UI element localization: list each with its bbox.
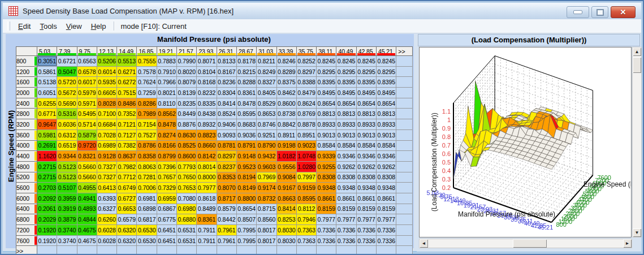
- row-header[interactable]: 2400: [16, 98, 37, 109]
- table-cell-extra[interactable]: [396, 161, 413, 172]
- row-header[interactable]: 3600: [16, 129, 37, 140]
- table-cell[interactable]: 0.5690: [57, 98, 77, 109]
- table-cell[interactable]: 0.7382: [117, 140, 137, 151]
- table-cell[interactable]: 0.8525: [177, 140, 197, 151]
- table-cell[interactable]: 0.8395: [336, 77, 356, 88]
- table-cell[interactable]: 0.3879: [57, 214, 77, 225]
- table-cell[interactable]: 0.3051: [37, 56, 57, 67]
- table-cell[interactable]: 0.7995: [236, 225, 256, 236]
- table-cell[interactable]: 0.7969: [257, 172, 276, 183]
- table-cell[interactable]: 0.6320: [117, 225, 137, 236]
- table-cell[interactable]: 0.5316: [57, 109, 77, 119]
- table-cell[interactable]: 0.8661: [317, 193, 336, 204]
- col-header[interactable]: 23.93: [197, 47, 217, 56]
- table-cell[interactable]: 0.4675: [77, 235, 97, 246]
- table-cell[interactable]: 0.7977: [377, 214, 396, 225]
- table-cell[interactable]: 0.8405: [257, 88, 276, 98]
- table-cell[interactable]: 0.9159: [296, 183, 316, 193]
- table-cell[interactable]: 0.8335: [197, 98, 217, 109]
- row-header[interactable]: 5600: [16, 183, 37, 193]
- table-cell-extra[interactable]: [396, 235, 413, 246]
- table-cell[interactable]: 0.8295: [356, 66, 376, 77]
- table-cell[interactable]: 0.7911: [197, 225, 217, 236]
- table-cell[interactable]: 0.7977: [356, 214, 376, 225]
- row-header[interactable]: 2000: [16, 88, 37, 98]
- row-header[interactable]: 6800: [16, 214, 37, 225]
- table-cell-extra[interactable]: [396, 77, 413, 88]
- table-cell[interactable]: 0.5495: [77, 109, 97, 119]
- table-cell[interactable]: 0.8327: [257, 77, 276, 88]
- vertical-scroll-thumb[interactable]: [633, 57, 641, 73]
- table-cell[interactable]: 0.7363: [296, 225, 316, 236]
- table-cell[interactable]: 0.5107: [57, 183, 77, 193]
- table-cell[interactable]: 0.6014: [97, 66, 116, 77]
- row-header[interactable]: 5200: [16, 172, 37, 183]
- table-cell[interactable]: 0.9036: [236, 129, 256, 140]
- table-cell[interactable]: 0.8495: [317, 88, 336, 98]
- table-cell[interactable]: 0.8235: [177, 98, 197, 109]
- table-cell[interactable]: 0.9556: [276, 161, 296, 172]
- table-cell[interactable]: 0.8878: [296, 119, 316, 130]
- table-cell[interactable]: 0.7624: [137, 77, 157, 88]
- table-cell[interactable]: 0.7121: [117, 119, 137, 130]
- table-cell[interactable]: 0.8358: [137, 151, 157, 162]
- table-cell[interactable]: 0.8245: [336, 56, 356, 67]
- table-cell[interactable]: 0.9262: [377, 161, 396, 172]
- table-cell[interactable]: 1.0182: [276, 151, 296, 162]
- table-cell[interactable]: 0.8449: [177, 109, 197, 119]
- table-cell[interactable]: 0.9013: [356, 129, 376, 140]
- table-cell[interactable]: 0.8630: [177, 129, 197, 140]
- table-cell[interactable]: 0.9262: [356, 161, 376, 172]
- table-cell-extra[interactable]: [396, 225, 413, 236]
- table-cell[interactable]: 0.9128: [97, 151, 116, 162]
- table-cell[interactable]: 1.1620: [37, 151, 57, 162]
- table-cell-extra[interactable]: [236, 246, 256, 255]
- table-cell[interactable]: 0.2703: [37, 183, 57, 193]
- row-header[interactable]: 4000: [16, 140, 37, 151]
- table-cell[interactable]: 0.8304: [217, 88, 236, 98]
- table-cell[interactable]: 0.6530: [137, 235, 157, 246]
- table-cell[interactable]: 0.8168: [197, 77, 217, 88]
- table-cell[interactable]: 0.9348: [336, 183, 356, 193]
- table-cell[interactable]: 0.6036: [57, 119, 77, 130]
- table-cell[interactable]: 0.8030: [276, 235, 296, 246]
- table-cell[interactable]: 0.7127: [117, 129, 137, 140]
- table-cell[interactable]: 0.8911: [276, 129, 296, 140]
- table-cell[interactable]: 0.8653: [257, 109, 276, 119]
- table-cell[interactable]: 0.8308: [317, 172, 336, 183]
- table-cell-extra[interactable]: [396, 66, 413, 77]
- table-cell[interactable]: 0.7578: [137, 66, 157, 77]
- table-cell[interactable]: 0.8799: [157, 151, 176, 162]
- table-cell[interactable]: 0.6880: [177, 214, 197, 225]
- table-cell-extra[interactable]: [276, 246, 296, 255]
- table-cell[interactable]: 0.7327: [97, 161, 116, 172]
- row-header[interactable]: 1600: [16, 77, 37, 88]
- col-header[interactable]: 38.11: [317, 47, 336, 56]
- table-cell[interactable]: 0.3919: [57, 204, 77, 214]
- col-header[interactable]: 28.67: [236, 47, 256, 56]
- table-cell[interactable]: 1.0280: [296, 161, 316, 172]
- table-cell[interactable]: 0.7653: [177, 183, 197, 193]
- table-cell[interactable]: 0.8562: [157, 109, 176, 119]
- table-cell[interactable]: 0.8133: [217, 56, 236, 67]
- table-cell[interactable]: 0.6272: [117, 77, 137, 88]
- table-cell[interactable]: 0.7650: [177, 172, 197, 183]
- table-cell[interactable]: 0.7028: [97, 129, 116, 140]
- scroll-down-button[interactable]: ▼: [633, 228, 641, 237]
- table-cell[interactable]: 0.6051: [37, 88, 57, 98]
- table-cell[interactable]: 0.8732: [257, 193, 276, 204]
- table-cell[interactable]: 0.8654: [236, 204, 256, 214]
- table-cell[interactable]: 0.8683: [236, 119, 256, 130]
- table-cell[interactable]: 0.8661: [356, 193, 376, 204]
- table-cell[interactable]: 0.5513: [117, 56, 137, 67]
- table-cell[interactable]: 0.8297: [296, 66, 316, 77]
- table-cell[interactable]: 0.7327: [97, 172, 116, 183]
- table-cell[interactable]: 0.8253: [276, 214, 296, 225]
- table-cell[interactable]: 0.9348: [356, 183, 376, 193]
- chart-vertical-scrollbar[interactable]: ▲ ▼: [632, 47, 642, 237]
- table-cell[interactable]: 0.8388: [296, 77, 316, 88]
- table-cell[interactable]: 0.6771: [37, 109, 57, 119]
- table-cell[interactable]: 0.8112: [296, 204, 316, 214]
- table-cell[interactable]: 0.5971: [77, 98, 97, 109]
- table-cell[interactable]: 0.8584: [317, 140, 336, 151]
